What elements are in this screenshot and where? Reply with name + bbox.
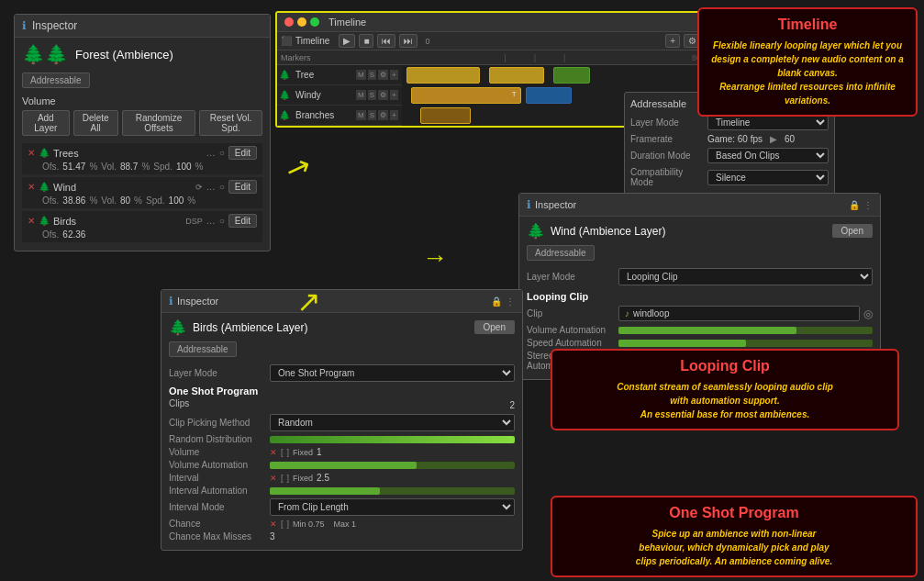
- wind-options-icon[interactable]: …: [206, 182, 216, 192]
- birds-inspector-titlebar: ℹ Inspector 🔒 ⋮: [161, 290, 522, 313]
- branches-solo-btn[interactable]: S: [368, 110, 376, 120]
- tree-clip-3[interactable]: [553, 67, 590, 84]
- arrow-right-wind: →: [422, 243, 448, 273]
- wind-music-icon: 🌲: [527, 222, 545, 240]
- birds-edit-button[interactable]: Edit: [228, 214, 257, 228]
- windy-settings-btn[interactable]: ⚙: [378, 90, 388, 100]
- delete-all-button[interactable]: Delete All: [73, 110, 118, 136]
- birds-info-icon: ℹ: [169, 295, 173, 307]
- main-inspector-panel: ℹ Inspector 🌲🌲 Forest (Ambience) Address…: [14, 14, 271, 251]
- trees-ofs-label: Ofs.: [42, 162, 59, 172]
- branches-clip-1[interactable]: [420, 107, 471, 124]
- wind-speed-automation-bar: [618, 340, 873, 347]
- birds-interval-mode-select[interactable]: From Clip Length: [270, 498, 515, 516]
- birds-volume-fixed-row: ✕ [ ] Fixed 1: [270, 447, 515, 457]
- birds-volume-value: 1: [317, 447, 322, 457]
- wind-vol-pct: %: [134, 196, 142, 206]
- birds-header-row: 🌲 Birds (Ambience Layer) Open: [169, 318, 515, 336]
- birds-open-button[interactable]: Open: [474, 320, 515, 334]
- compat-row: Compatibility Mode Silence: [630, 167, 829, 187]
- trees-remove-button[interactable]: ✕: [28, 148, 35, 158]
- branches-settings-btn[interactable]: ⚙: [378, 110, 388, 120]
- wind-remove-button[interactable]: ✕: [28, 182, 35, 192]
- forest-tree-icon: 🌲🌲: [22, 43, 68, 65]
- wind-speed-automation-label: Speed Automation: [527, 338, 618, 348]
- windy-add-btn[interactable]: +: [390, 90, 398, 100]
- timeline-panel-title: Timeline: [328, 17, 366, 28]
- reset-vol-button[interactable]: Reset Vol. Spd.: [199, 110, 262, 136]
- trees-options-icon[interactable]: …: [206, 148, 216, 158]
- birds-music-icon: 🌲: [39, 216, 50, 226]
- birds-interval-x[interactable]: ✕: [270, 474, 277, 483]
- timeline-toolbar: ⬛ Timeline ▶ ■ ⏮ ⏭ 0 + ⚙: [277, 32, 705, 50]
- trees-vol-label: Vol.: [101, 162, 117, 172]
- stop-btn[interactable]: ■: [359, 34, 373, 48]
- wind-inspector-title: Inspector: [535, 199, 845, 210]
- birds-options-icon[interactable]: …: [206, 216, 216, 226]
- tree-mute-btn[interactable]: M: [356, 70, 366, 80]
- layer-mode-select[interactable]: Timeline: [707, 115, 829, 130]
- info-icon: ℹ: [22, 19, 27, 32]
- birds-layer-item: ✕ 🌲 Birds DSP … ○ Edit Ofs. 62.36: [22, 211, 262, 242]
- birds-more-icon[interactable]: ⋮: [506, 296, 515, 307]
- oneshot-annotation: One Shot Program Spice up an ambience wi…: [551, 496, 918, 577]
- windy-clip-1[interactable]: T: [411, 87, 521, 104]
- windy-clip-2[interactable]: [526, 87, 572, 104]
- addressable-tag: Addressable: [22, 73, 90, 88]
- birds-clip-picking-select[interactable]: Random: [270, 414, 515, 431]
- wind-open-button[interactable]: Open: [832, 224, 873, 238]
- prev-btn[interactable]: ⏮: [377, 34, 395, 48]
- birds-chance-max-misses-value: 3: [270, 531, 275, 542]
- birds-volume-row: Volume ✕ [ ] Fixed 1: [169, 447, 515, 457]
- maximize-traffic-light[interactable]: [310, 17, 319, 27]
- randomize-offsets-button[interactable]: Randomize Offsets: [122, 110, 196, 136]
- timeline-annotation-text: Flexible linearly looping layer which le…: [710, 39, 905, 107]
- birds-layer-mode-label: Layer Mode: [169, 368, 270, 378]
- wind-lock-icon[interactable]: 🔒: [849, 200, 860, 210]
- tree-settings-btn[interactable]: ⚙: [378, 70, 388, 80]
- wind-clip-name: windloop: [633, 308, 669, 318]
- birds-remove-button[interactable]: ✕: [28, 216, 35, 226]
- duration-select[interactable]: Based On Clips: [707, 148, 829, 163]
- birds-inspector-panel: ℹ Inspector 🔒 ⋮ 🌲 Birds (Ambience Layer)…: [161, 289, 523, 551]
- tree-clip-1[interactable]: [406, 67, 480, 84]
- tree-add-btn[interactable]: +: [390, 70, 398, 80]
- wind-ofs-label: Ofs.: [42, 196, 59, 206]
- branches-mute-btn[interactable]: M: [356, 110, 366, 120]
- play-btn[interactable]: ▶: [339, 34, 355, 48]
- windy-solo-btn[interactable]: S: [368, 90, 376, 100]
- birds-volume-x[interactable]: ✕: [270, 448, 277, 457]
- close-traffic-light[interactable]: [284, 17, 294, 27]
- birds-toolbar-icons: 🔒 ⋮: [491, 296, 515, 307]
- next-btn[interactable]: ⏭: [399, 34, 417, 48]
- tree-clip-2[interactable]: [489, 67, 544, 84]
- framerate-arrow: ▶: [770, 134, 777, 144]
- birds-circle-icon: ○: [219, 216, 225, 226]
- birds-random-dist-row: Random Distribution: [169, 434, 515, 444]
- compat-select[interactable]: Silence: [707, 170, 829, 185]
- trees-edit-button[interactable]: Edit: [228, 146, 257, 160]
- add-timeline-btn[interactable]: +: [665, 34, 680, 48]
- add-layer-button[interactable]: Add Layer: [22, 110, 70, 136]
- birds-chance-x[interactable]: ✕: [270, 520, 277, 529]
- wind-edit-button[interactable]: Edit: [228, 180, 257, 194]
- birds-layer-mode-select[interactable]: One Shot Program: [270, 364, 515, 382]
- branches-add-btn[interactable]: +: [390, 110, 398, 120]
- tree-solo-btn[interactable]: S: [368, 70, 376, 80]
- trees-vol-value: 88.7: [120, 162, 138, 172]
- tree-track-lane: [402, 65, 705, 85]
- wind-clip-search-icon[interactable]: ◎: [863, 307, 873, 320]
- minimize-traffic-light[interactable]: [297, 17, 306, 27]
- birds-clip-picking-label: Clip Picking Method: [169, 418, 270, 428]
- windy-mute-btn[interactable]: M: [356, 90, 366, 100]
- wind-layer-mode-select[interactable]: Looping Clip: [618, 268, 873, 285]
- framerate-row: Framerate Game: 60 fps ▶ 60: [630, 134, 829, 144]
- forest-header: 🌲🌲 Forest (Ambience): [22, 43, 262, 65]
- birds-lock-icon[interactable]: 🔒: [491, 296, 502, 307]
- timeline-icon: ⬛: [281, 36, 292, 46]
- birds-addressable-tag: Addressable: [169, 341, 237, 357]
- wind-speed-automation-fill: [618, 340, 746, 347]
- timeline-titlebar: Timeline: [277, 13, 705, 32]
- wind-more-icon[interactable]: ⋮: [863, 200, 873, 210]
- main-inspector-titlebar: ℹ Inspector: [15, 15, 270, 38]
